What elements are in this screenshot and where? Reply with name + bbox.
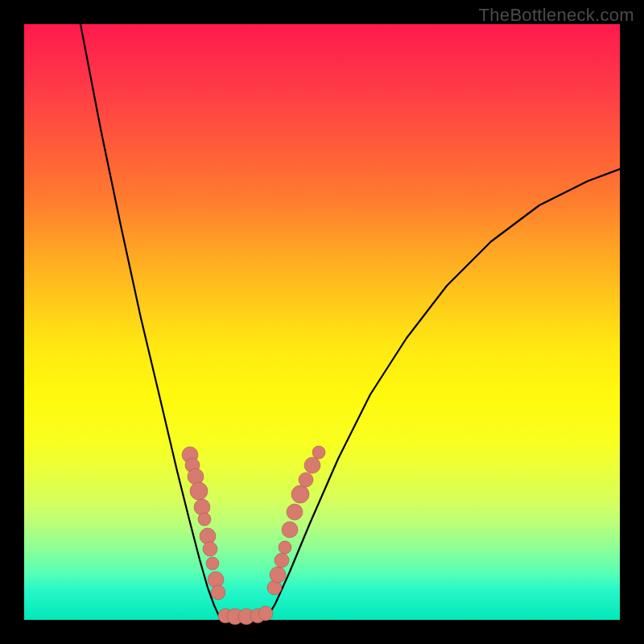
data-points [182,446,325,625]
data-point [279,541,291,554]
plot-area [24,24,620,620]
data-point [198,513,211,526]
data-point [206,557,219,570]
bottleneck-curve [80,24,620,620]
watermark-text: TheBottleneck.com [479,5,634,26]
chart-frame: TheBottleneck.com [0,0,644,644]
data-point [258,606,273,621]
data-point [299,473,313,487]
data-point [291,485,309,503]
data-point [200,528,216,544]
curve-layer [24,24,620,620]
data-point [275,553,289,568]
data-point [270,567,286,583]
data-point [282,522,298,538]
data-point [312,446,325,459]
data-point [190,482,208,500]
data-point [194,499,210,515]
data-point [188,469,204,485]
data-point [211,585,225,600]
data-point [287,504,303,520]
data-point [304,457,320,473]
data-point [203,542,217,556]
data-point [208,572,224,588]
